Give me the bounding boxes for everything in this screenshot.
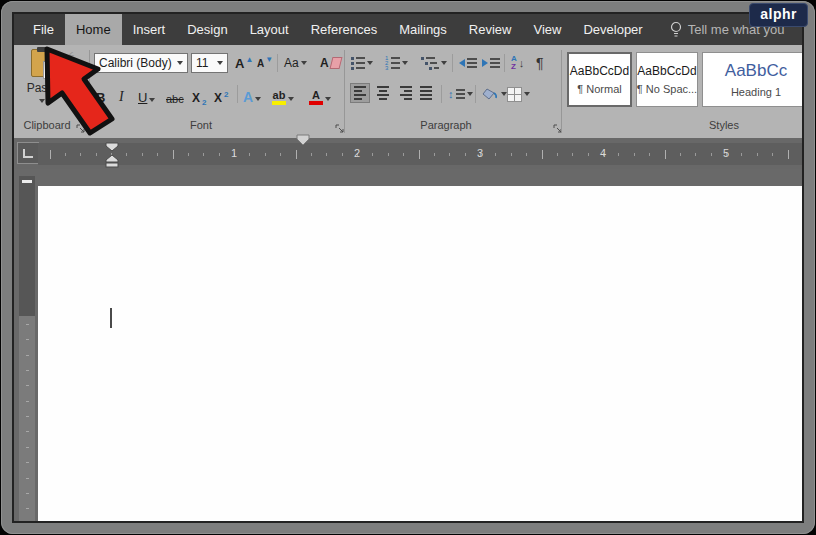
strikethrough-button[interactable]: abc xyxy=(166,83,184,108)
eraser-icon xyxy=(329,57,342,69)
tab-mailings[interactable]: Mailings xyxy=(388,14,458,45)
line-spacing-button[interactable]: ↕ xyxy=(448,83,473,108)
text-effects-button[interactable]: A xyxy=(243,83,261,108)
sort-az-icon: A Z xyxy=(511,55,517,71)
increase-indent-icon xyxy=(482,59,488,67)
mouse-cursor xyxy=(295,134,311,146)
style-card-normal[interactable]: AaBbCcDd ¶ Normal xyxy=(567,52,632,107)
tab-home[interactable]: Home xyxy=(65,14,122,45)
ruler-number: 1 xyxy=(229,147,239,159)
ribbon: Paste ✂ Clipboard Calibri (Body) 11 xyxy=(14,45,802,138)
decrease-indent-icon xyxy=(459,59,465,67)
bold-button[interactable]: B xyxy=(96,83,105,108)
format-painter-icon xyxy=(67,85,69,104)
font-color-button[interactable]: A xyxy=(309,83,331,108)
clipboard-dialog-launcher[interactable] xyxy=(76,120,86,130)
underline-dropdown-icon[interactable] xyxy=(149,98,155,102)
tab-developer[interactable]: Developer xyxy=(572,14,653,45)
document-page[interactable] xyxy=(38,186,802,521)
alphr-watermark: alphr xyxy=(749,3,808,27)
horizontal-ruler[interactable]: 1 2 3 4 5 xyxy=(38,143,802,165)
ruler-number: 2 xyxy=(352,147,362,159)
tab-file[interactable]: File xyxy=(22,14,65,45)
decrease-indent-button[interactable] xyxy=(459,53,477,73)
font-family-combo[interactable]: Calibri (Body) xyxy=(94,53,188,73)
tab-references[interactable]: References xyxy=(300,14,388,45)
clipboard-group-label: Clipboard xyxy=(14,119,80,131)
increase-indent-button[interactable] xyxy=(482,53,500,73)
highlight-color-button[interactable]: ab xyxy=(272,83,294,108)
font-size-dropdown-icon[interactable] xyxy=(217,61,223,65)
numbering-button[interactable]: 1 2 3 xyxy=(385,53,408,73)
text-cursor xyxy=(110,308,112,328)
multilevel-list-icon xyxy=(421,57,439,70)
grow-caret-icon: ▲ xyxy=(245,55,253,64)
shrink-font-button[interactable]: A▼ xyxy=(257,53,273,73)
vertical-ruler-margin xyxy=(19,176,35,316)
align-left-button[interactable] xyxy=(350,83,370,103)
paste-dropdown-icon[interactable] xyxy=(39,99,45,103)
sort-down-arrow-icon: ↓ xyxy=(519,57,525,69)
tab-view[interactable]: View xyxy=(522,14,572,45)
vertical-ruler[interactable] xyxy=(19,176,35,521)
shading-button[interactable] xyxy=(482,83,507,108)
sort-button[interactable]: A Z ↓ xyxy=(511,53,524,73)
ruler-number: 4 xyxy=(598,147,608,159)
lightbulb-icon xyxy=(670,21,682,38)
indent-markers[interactable] xyxy=(104,141,120,168)
paint-bucket-icon xyxy=(482,87,499,102)
tab-design[interactable]: Design xyxy=(176,14,238,45)
tab-layout[interactable]: Layout xyxy=(239,14,300,45)
paste-button[interactable]: Paste xyxy=(19,47,65,111)
shrink-caret-icon: ▼ xyxy=(265,55,273,64)
style-card-no-spacing[interactable]: AaBbCcDd ¶ No Spac... xyxy=(636,52,698,107)
multilevel-list-button[interactable] xyxy=(421,53,447,73)
ruler-number: 5 xyxy=(721,147,731,159)
word-window: File Home Insert Design Layout Reference… xyxy=(12,12,804,523)
styles-group-label: Styles xyxy=(634,119,804,131)
tab-selector[interactable] xyxy=(17,142,39,164)
left-tab-icon xyxy=(23,149,33,158)
bullet-list-icon xyxy=(351,57,365,70)
style-card-heading1[interactable]: AaBbCc Heading 1 xyxy=(702,52,804,107)
bullets-button[interactable] xyxy=(351,53,373,73)
ruler-number: 3 xyxy=(475,147,485,159)
highlight-yellow-bar xyxy=(272,101,286,105)
font-size-value: 11 xyxy=(196,56,208,70)
font-family-dropdown-icon[interactable] xyxy=(177,61,183,65)
format-painter-button[interactable] xyxy=(67,86,69,104)
document-area[interactable] xyxy=(14,169,802,521)
font-family-value: Calibri (Body) xyxy=(99,56,172,70)
italic-button[interactable]: I xyxy=(119,83,124,108)
vertical-ruler-marker xyxy=(22,180,32,183)
tab-review[interactable]: Review xyxy=(458,14,523,45)
font-group-label: Font xyxy=(111,119,291,131)
justify-button[interactable] xyxy=(417,83,437,103)
numbered-list-icon: 1 2 3 xyxy=(385,57,400,70)
font-color-red-bar xyxy=(309,101,323,105)
font-size-combo[interactable]: 11 xyxy=(191,53,228,73)
grow-font-button[interactable]: A▲ xyxy=(235,53,253,73)
paste-clipboard-icon xyxy=(31,49,54,77)
paragraph-group-label: Paragraph xyxy=(356,119,536,131)
line-spacing-icon: ↕ xyxy=(448,88,454,100)
ribbon-tab-bar: File Home Insert Design Layout Reference… xyxy=(14,14,802,45)
subscript-button[interactable]: X2 xyxy=(192,83,206,108)
align-right-button[interactable] xyxy=(395,83,415,103)
clear-formatting-button[interactable]: A xyxy=(320,53,341,73)
borders-button[interactable] xyxy=(507,83,530,108)
superscript-button[interactable]: X2 xyxy=(214,83,228,108)
change-case-button[interactable]: Aa xyxy=(284,53,307,73)
align-center-button[interactable] xyxy=(373,83,393,103)
show-hide-pilcrow-button[interactable]: ¶ xyxy=(536,53,544,73)
tab-insert[interactable]: Insert xyxy=(122,14,177,45)
borders-grid-icon xyxy=(507,87,522,102)
ruler-bar: 1 2 3 4 5 xyxy=(14,138,802,169)
underline-button[interactable]: U xyxy=(138,83,155,108)
window-frame: File Home Insert Design Layout Reference… xyxy=(1,1,815,534)
screenshot-root: File Home Insert Design Layout Reference… xyxy=(0,0,816,535)
paste-label: Paste xyxy=(27,81,58,95)
